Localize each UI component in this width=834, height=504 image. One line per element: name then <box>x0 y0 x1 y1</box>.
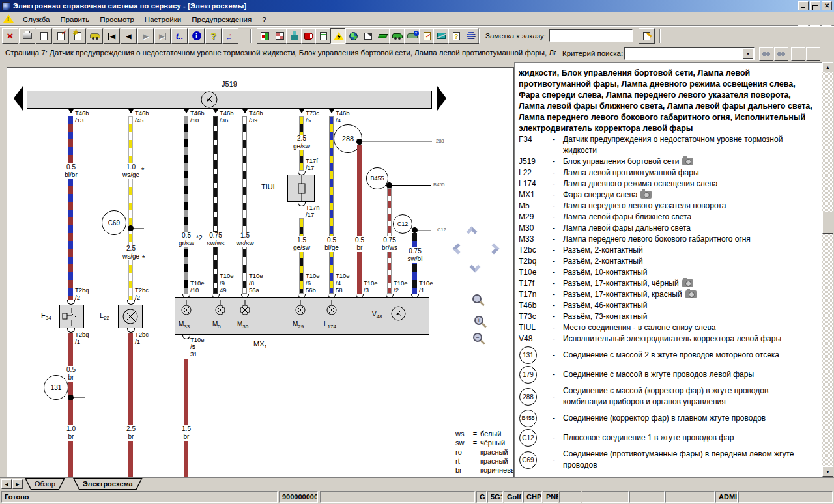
order-note-button[interactable] <box>639 28 655 44</box>
dash: - <box>553 156 563 167</box>
wire-size-label: 0.75br/ws <box>380 236 399 252</box>
car-yellow-button[interactable] <box>87 28 103 44</box>
doc-star-button[interactable]: ✱ <box>70 28 86 44</box>
restore-button[interactable] <box>810 1 820 10</box>
globe-button[interactable] <box>345 28 362 44</box>
dash: - <box>553 167 563 178</box>
sphere-button[interactable] <box>463 28 479 44</box>
indent-right-button[interactable] <box>806 47 820 61</box>
car-green-button[interactable] <box>389 28 405 44</box>
component-description: Разъем, 17-контактный, чёрный <box>563 278 818 289</box>
main-area: J519 T46b/13 0.5bl/br T2bq/2 F34 T2bq <box>0 62 834 477</box>
clipboard-button[interactable]: ✓ <box>419 28 435 44</box>
nav-next-button[interactable]: ▶ <box>137 28 154 44</box>
status-cell-empty <box>320 491 475 503</box>
tab-overview[interactable]: Обзор <box>25 478 65 490</box>
car-q-button[interactable]: ? <box>404 28 420 44</box>
junction-circle-c69: C69 <box>102 210 126 235</box>
zoom-out-icon[interactable]: − <box>473 333 482 342</box>
pan-up-arrow[interactable] <box>467 227 478 238</box>
print-button[interactable] <box>19 28 35 44</box>
connector-arc-icon <box>127 328 135 333</box>
menu-bar: СлужбаПравитьПросмотрНастройкиПредупрежд… <box>0 12 834 26</box>
chevron-down-icon[interactable]: ▼ <box>743 48 753 59</box>
zoom-in-icon[interactable]: + <box>474 316 483 325</box>
card-button[interactable] <box>257 28 273 44</box>
nav-prev-button[interactable]: ◀ <box>121 28 137 44</box>
scroll-up-button[interactable]: ▲ <box>822 62 833 72</box>
component-label-v48: V48 <box>372 311 382 320</box>
bus-connector-icon <box>329 109 334 116</box>
indent-left-button[interactable] <box>791 47 805 61</box>
connector-label: T46b/10 <box>190 109 205 124</box>
component-f34-box[interactable] <box>59 305 84 328</box>
doc-new-button[interactable] <box>36 28 52 44</box>
scroll-down-button[interactable]: ▼ <box>822 466 833 477</box>
tab-schematic[interactable]: Электросхема <box>73 478 143 490</box>
book-button[interactable] <box>301 28 317 44</box>
find-button[interactable] <box>759 47 773 61</box>
camera-icon[interactable] <box>685 290 697 298</box>
connection-circle: B455 <box>519 410 553 427</box>
pan-down-arrow[interactable] <box>470 262 481 273</box>
camera-icon[interactable] <box>682 158 693 165</box>
camera-icon[interactable] <box>682 279 693 287</box>
doc-check-button[interactable]: ✓ <box>53 28 69 44</box>
bulb-symbol-icon <box>181 300 192 316</box>
nav-first-button[interactable]: ◀ <box>104 28 120 44</box>
app-icon <box>2 2 10 10</box>
menu-item-служба[interactable]: Служба <box>18 14 55 25</box>
pan-right-arrow[interactable] <box>489 244 500 255</box>
component-code: T10e <box>519 267 553 278</box>
exit-button[interactable]: ✕ <box>2 28 18 44</box>
component-description: Разъем, 17-контактный, красный <box>563 289 818 300</box>
wire-br <box>357 145 362 294</box>
tab-scroll-right-button[interactable]: ▶ <box>12 479 23 489</box>
bus-connector-icon <box>68 109 74 116</box>
pan-left-arrow[interactable] <box>453 244 464 255</box>
menu-item-править[interactable]: Править <box>55 14 94 25</box>
tools-button[interactable] <box>433 28 450 44</box>
help-button[interactable]: ? <box>205 28 222 44</box>
prev-page-arrow[interactable] <box>14 86 23 111</box>
search-criteria-combobox[interactable]: ▼ <box>624 47 755 60</box>
toolbar-separator <box>478 29 480 43</box>
component-code: M33 <box>519 234 553 245</box>
nav-last-button[interactable]: ▶ <box>154 28 171 44</box>
person-button[interactable] <box>286 28 302 44</box>
close-button[interactable] <box>822 1 832 10</box>
color-legend-row: br=коричневый <box>455 466 514 475</box>
tab-scroll-left-button[interactable]: ◀ <box>1 479 12 489</box>
t-link-icon: t.. <box>176 31 184 41</box>
wire-bl-ge <box>329 116 334 294</box>
connection-circle: 179 <box>519 366 553 384</box>
find-next-button[interactable] <box>774 47 788 61</box>
grid-button[interactable] <box>272 28 288 44</box>
order-note-input[interactable] <box>549 29 633 42</box>
menu-item-предупреждения[interactable]: Предупреждения <box>186 14 257 25</box>
flag-button[interactable] <box>360 28 376 44</box>
menu-item-?[interactable]: ? <box>257 14 271 25</box>
doc-q-button[interactable]: ? <box>448 28 465 44</box>
info-button[interactable]: i <box>188 28 205 44</box>
vertical-scrollbar[interactable]: ▲ ▼ <box>822 62 833 477</box>
doc-list-button[interactable] <box>315 28 332 44</box>
dash: - <box>553 256 563 267</box>
dash: - <box>553 413 563 424</box>
next-page-arrow[interactable] <box>437 86 446 111</box>
component-l22-box[interactable] <box>118 305 143 328</box>
zoom-reset-icon[interactable] <box>472 294 482 303</box>
warning-button[interactable]: ϟ <box>330 28 347 44</box>
menu-item-просмотр[interactable]: Просмотр <box>94 14 139 25</box>
dash: - <box>553 212 563 223</box>
connector-arc-icon <box>67 328 75 333</box>
eraser-button[interactable] <box>375 28 391 44</box>
camera-icon[interactable] <box>640 191 652 199</box>
menu-item-настройки[interactable]: Настройки <box>139 14 186 25</box>
color-legend-row: ws=белый <box>455 429 514 438</box>
swap-button[interactable]: →← <box>222 28 238 44</box>
scrollbar-thumb[interactable] <box>822 212 833 234</box>
t-link-button[interactable]: t.. <box>171 28 188 44</box>
minimize-button[interactable] <box>798 1 809 10</box>
dash: - <box>553 189 563 201</box>
